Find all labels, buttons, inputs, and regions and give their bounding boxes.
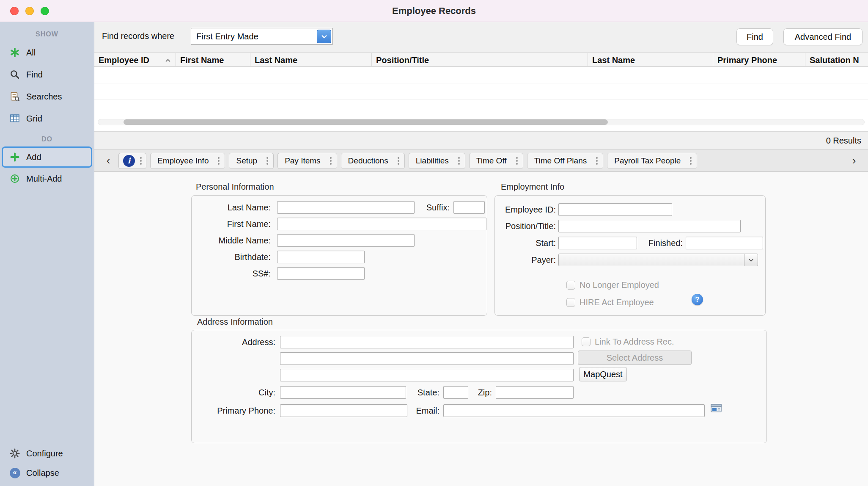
middle-name-label: Middle Name: xyxy=(192,234,271,247)
sidebar: SHOW All Find Searches Grid DO xyxy=(0,22,94,486)
tab-scroll-right-button[interactable]: › xyxy=(848,153,860,169)
asterisk-icon xyxy=(9,47,20,58)
ss-number-label: SS#: xyxy=(192,267,271,280)
horizontal-scrollbar-thumb[interactable] xyxy=(124,119,608,125)
sidebar-item-find[interactable]: Find xyxy=(0,64,94,86)
sidebar-item-all[interactable]: All xyxy=(0,41,94,64)
city-input[interactable] xyxy=(280,386,406,399)
tab-time-off-plans[interactable]: Time Off Plans xyxy=(527,153,604,169)
find-field-dropdown-value: First Entry Made xyxy=(196,28,258,44)
column-header-employee-id[interactable]: Employee ID xyxy=(94,53,176,67)
hire-act-employee-label: HIRE Act Employee xyxy=(580,298,654,307)
sidebar-item-label: Collapse xyxy=(26,468,59,478)
column-header-last-name-2[interactable]: Last Name xyxy=(588,53,713,67)
sidebar-item-label: Add xyxy=(26,152,41,162)
payer-dropdown[interactable] xyxy=(558,254,758,266)
circle-plus-icon xyxy=(9,173,20,184)
last-name-label: Last Name: xyxy=(192,201,271,214)
first-name-input[interactable] xyxy=(277,218,486,230)
search-list-icon xyxy=(9,91,20,102)
employee-info-form: Personal Information Last Name: Suffix: … xyxy=(94,172,868,486)
link-to-address-checkbox[interactable] xyxy=(582,337,591,346)
primary-phone-input[interactable] xyxy=(280,404,407,417)
email-input[interactable] xyxy=(443,404,705,417)
birthdate-input[interactable] xyxy=(277,251,365,263)
city-label: City: xyxy=(192,386,275,399)
tab-info[interactable]: i xyxy=(118,153,146,169)
select-address-button[interactable]: Select Address xyxy=(578,351,692,365)
sidebar-item-label: All xyxy=(26,48,36,58)
sidebar-item-collapse[interactable]: « Collapse xyxy=(0,463,94,483)
find-button[interactable]: Find xyxy=(736,28,773,45)
results-count: 0 Results xyxy=(826,132,861,149)
sidebar-item-add[interactable]: Add xyxy=(2,146,92,168)
no-longer-employed-checkbox[interactable] xyxy=(566,281,575,290)
sidebar-show-header: SHOW xyxy=(0,27,94,41)
link-to-address-label: Link To Address Rec. xyxy=(595,337,674,346)
column-header-last-name[interactable]: Last Name xyxy=(250,53,372,67)
column-header-salutation[interactable]: Salutation N xyxy=(805,53,868,67)
tab-time-off[interactable]: Time Off xyxy=(469,153,523,169)
employment-info-title: Employment Info xyxy=(501,182,564,192)
first-name-label: First Name: xyxy=(192,218,271,230)
start-date-input[interactable] xyxy=(558,237,637,249)
address-line3-input[interactable] xyxy=(280,369,574,381)
tab-pay-items[interactable]: Pay Items xyxy=(277,153,337,169)
personal-information-group: Last Name: Suffix: First Name: Middle Na… xyxy=(191,195,487,316)
advanced-find-button[interactable]: Advanced Find xyxy=(783,28,863,45)
chevron-down-icon[interactable] xyxy=(744,254,758,266)
finished-date-input[interactable] xyxy=(686,237,763,249)
column-header-first-name[interactable]: First Name xyxy=(176,53,250,67)
titlebar: Employee Records xyxy=(0,0,868,22)
sidebar-item-searches[interactable]: Searches xyxy=(0,86,94,108)
tab-liabilities[interactable]: Liabilities xyxy=(409,153,465,169)
zip-input[interactable] xyxy=(496,386,574,399)
personal-information-title: Personal Information xyxy=(196,182,274,192)
hire-act-employee-checkbox[interactable] xyxy=(566,298,575,307)
ss-number-input[interactable] xyxy=(277,267,365,280)
address-line2-input[interactable] xyxy=(280,352,574,365)
sidebar-item-label: Multi-Add xyxy=(26,174,62,184)
horizontal-scrollbar[interactable] xyxy=(98,119,865,125)
results-table-body[interactable] xyxy=(94,67,868,132)
tab-drag-dots-icon xyxy=(516,157,518,165)
column-header-primary-phone[interactable]: Primary Phone xyxy=(713,53,805,67)
suffix-input[interactable] xyxy=(453,201,485,214)
tab-payroll-tax-people[interactable]: Payroll Tax People xyxy=(607,153,697,169)
employee-id-input[interactable] xyxy=(558,203,672,216)
middle-name-input[interactable] xyxy=(277,234,415,247)
email-label: Email: xyxy=(409,404,439,417)
address-line1-input[interactable] xyxy=(280,336,574,348)
email-compose-icon[interactable] xyxy=(710,403,722,416)
position-title-input[interactable] xyxy=(558,220,741,232)
main-area: Find records where First Entry Made Find… xyxy=(94,22,868,486)
suffix-label: Suffix: xyxy=(416,201,450,214)
find-field-dropdown[interactable]: First Entry Made xyxy=(191,28,333,45)
last-name-input[interactable] xyxy=(277,201,415,214)
state-label: State: xyxy=(408,386,439,399)
start-label: Start: xyxy=(495,237,556,249)
tab-scroll-left-button[interactable]: ‹ xyxy=(102,153,115,169)
gear-icon xyxy=(9,448,20,459)
tab-setup[interactable]: Setup xyxy=(229,153,274,169)
chevron-down-icon[interactable] xyxy=(317,30,331,43)
employee-id-label: Employee ID: xyxy=(495,203,556,216)
grid-icon xyxy=(9,113,20,124)
tab-deductions[interactable]: Deductions xyxy=(341,153,405,169)
tab-drag-dots-icon xyxy=(398,157,399,165)
tab-employee-info[interactable]: Employee Info xyxy=(150,153,225,169)
tab-drag-dots-icon xyxy=(330,157,332,165)
address-information-group: Address: Link To Address Rec. Select Add… xyxy=(191,330,767,443)
state-input[interactable] xyxy=(443,386,468,399)
mapquest-button[interactable]: MapQuest xyxy=(579,367,627,381)
find-records-where-label: Find records where xyxy=(102,22,174,50)
employment-info-group: Employee ID: Position/Title: Start: Fini… xyxy=(494,195,766,316)
primary-phone-label: Primary Phone: xyxy=(192,404,275,417)
column-header-position-title[interactable]: Position/Title xyxy=(372,53,588,67)
sidebar-item-configure[interactable]: Configure xyxy=(0,444,94,463)
sidebar-item-grid[interactable]: Grid xyxy=(0,108,94,130)
help-icon[interactable]: ? xyxy=(692,294,703,305)
sidebar-item-multi-add[interactable]: Multi-Add xyxy=(0,168,94,190)
tab-drag-dots-icon xyxy=(266,157,268,165)
sidebar-do-header: DO xyxy=(0,132,94,146)
